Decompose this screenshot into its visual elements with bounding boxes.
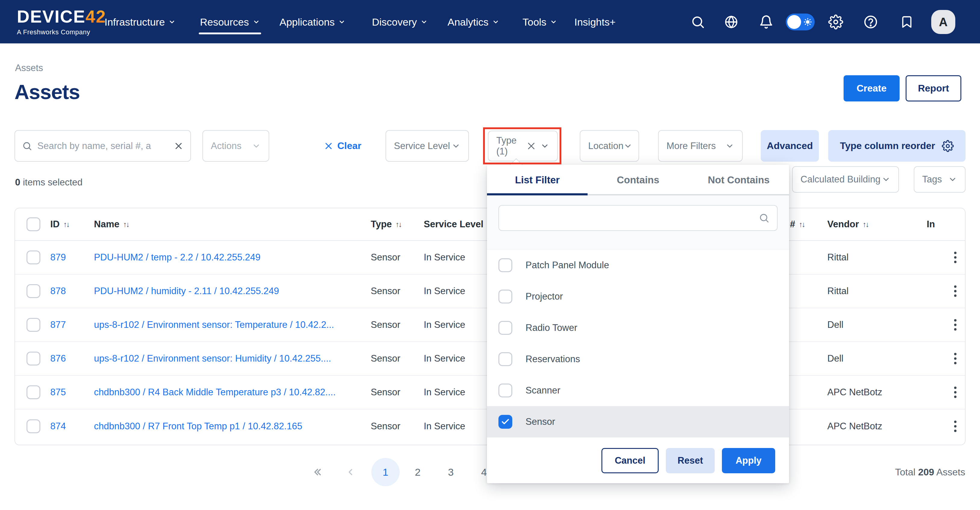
reset-button[interactable]: Reset bbox=[666, 448, 715, 473]
asset-id-link[interactable]: 874 bbox=[50, 421, 66, 432]
nav-item-resources[interactable]: Resources bbox=[200, 0, 260, 44]
asset-name-link[interactable]: ups-8-r102 / Environment sensor: Tempera… bbox=[94, 319, 334, 330]
type-filter[interactable]: Type (1) bbox=[488, 131, 558, 161]
checkbox[interactable] bbox=[498, 258, 512, 272]
theme-toggle[interactable] bbox=[786, 14, 815, 30]
search-input[interactable] bbox=[37, 141, 169, 151]
bookmark-icon[interactable] bbox=[900, 0, 914, 44]
nav-item-analytics[interactable]: Analytics bbox=[447, 0, 500, 44]
row-checkbox[interactable] bbox=[27, 275, 40, 308]
type-option-sensor[interactable]: Sensor bbox=[487, 406, 789, 437]
asset-id-link[interactable]: 875 bbox=[50, 387, 66, 398]
row-actions-kebab-icon[interactable] bbox=[946, 308, 964, 342]
asset-id-link[interactable]: 876 bbox=[50, 353, 66, 364]
nav-item-tools[interactable]: Tools bbox=[522, 0, 557, 44]
column-header-type[interactable]: Type↑↓ bbox=[371, 208, 401, 240]
asset-name-link[interactable]: ups-8-r102 / Environment sensor: Humidit… bbox=[94, 353, 331, 364]
report-button[interactable]: Report bbox=[905, 75, 961, 102]
cancel-button[interactable]: Cancel bbox=[601, 448, 659, 473]
column-header-hash[interactable]: #↑↓ bbox=[790, 208, 804, 240]
asset-id-link[interactable]: 879 bbox=[50, 252, 66, 263]
service-level-filter[interactable]: Service Level bbox=[385, 130, 469, 162]
pagination-page-3[interactable]: 3 bbox=[443, 458, 458, 486]
sun-icon bbox=[803, 18, 812, 26]
column-header-id[interactable]: ID↑↓ bbox=[50, 208, 69, 240]
select-all-checkbox[interactable] bbox=[27, 208, 40, 240]
type-option-reservations[interactable]: Reservations bbox=[487, 343, 789, 375]
row-checkbox[interactable] bbox=[27, 241, 40, 274]
asset-service-level: In Service bbox=[424, 410, 465, 443]
checkbox[interactable] bbox=[498, 290, 512, 303]
asset-service-level: In Service bbox=[424, 342, 465, 375]
nav-item-applications[interactable]: Applications bbox=[280, 0, 345, 44]
type-option-radio-tower[interactable]: Radio Tower bbox=[487, 312, 789, 343]
row-checkbox[interactable] bbox=[27, 342, 40, 375]
sort-icon[interactable]: ↑↓ bbox=[395, 220, 401, 229]
checkbox[interactable] bbox=[498, 384, 512, 397]
row-actions-kebab-icon[interactable] bbox=[946, 241, 964, 274]
sort-icon[interactable]: ↑↓ bbox=[63, 220, 69, 229]
column-header-in[interactable]: In bbox=[927, 208, 935, 240]
help-icon[interactable] bbox=[863, 0, 878, 44]
actions-dropdown[interactable]: Actions bbox=[202, 130, 269, 162]
device42-logo[interactable]: DEVICE42 A Freshworks Company bbox=[17, 8, 106, 36]
column-header-service-level[interactable]: Service Level bbox=[424, 208, 484, 240]
row-actions-kebab-icon[interactable] bbox=[946, 275, 964, 308]
user-avatar[interactable]: A bbox=[931, 10, 955, 34]
checkbox[interactable] bbox=[498, 352, 512, 366]
clear-filters-button[interactable]: Clear bbox=[324, 130, 361, 162]
asset-name-link[interactable]: PDU-HUM2 / humidity - 2.11 / 10.42.255.2… bbox=[94, 286, 279, 297]
row-actions-kebab-icon[interactable] bbox=[946, 342, 964, 375]
sort-icon[interactable]: ↑↓ bbox=[862, 220, 868, 229]
column-header-name[interactable]: Name↑↓ bbox=[94, 208, 129, 240]
row-actions-kebab-icon[interactable] bbox=[946, 410, 964, 443]
globe-icon[interactable] bbox=[724, 0, 738, 44]
pagination-first-icon[interactable] bbox=[307, 458, 328, 486]
calculated-building-filter[interactable]: Calculated Building bbox=[792, 166, 899, 193]
asset-id-link[interactable]: 877 bbox=[50, 319, 66, 330]
checkbox-checked[interactable] bbox=[498, 415, 512, 429]
row-actions-kebab-icon[interactable] bbox=[946, 376, 964, 409]
notifications-bell-icon[interactable] bbox=[759, 0, 773, 44]
pagination-page-1[interactable]: 1 bbox=[371, 458, 400, 486]
location-filter[interactable]: Location bbox=[580, 130, 639, 162]
row-checkbox[interactable] bbox=[27, 410, 40, 443]
tab-not-contains[interactable]: Not Contains bbox=[689, 165, 789, 195]
chevron-down-icon bbox=[948, 175, 957, 184]
pagination-page-2[interactable]: 2 bbox=[410, 458, 425, 486]
nav-item-insights-plus[interactable]: Insights+ bbox=[574, 0, 616, 44]
row-checkbox[interactable] bbox=[27, 308, 40, 342]
clear-search-icon[interactable] bbox=[174, 141, 183, 151]
search-icon[interactable] bbox=[691, 0, 705, 44]
search-icon bbox=[759, 213, 769, 223]
type-option-projector[interactable]: Projector bbox=[487, 281, 789, 312]
remove-type-filter-icon[interactable] bbox=[527, 141, 536, 151]
nav-item-infrastructure[interactable]: Infrastructure bbox=[105, 0, 176, 44]
checkbox[interactable] bbox=[498, 321, 512, 335]
tags-filter[interactable]: Tags bbox=[914, 166, 966, 193]
tab-contains[interactable]: Contains bbox=[587, 165, 688, 195]
apply-button[interactable]: Apply bbox=[722, 448, 775, 473]
column-header-vendor[interactable]: Vendor↑↓ bbox=[827, 208, 868, 240]
breadcrumb[interactable]: Assets bbox=[15, 63, 43, 73]
assets-search-field[interactable] bbox=[14, 130, 191, 162]
pagination-prev-icon[interactable] bbox=[343, 458, 358, 486]
create-button[interactable]: Create bbox=[843, 75, 900, 102]
asset-name-link[interactable]: chdbnb300 / R7 Front Top Temp p1 / 10.42… bbox=[94, 421, 302, 432]
nav-item-discovery[interactable]: Discovery bbox=[372, 0, 428, 44]
type-option-patch-panel-module[interactable]: Patch Panel Module bbox=[487, 249, 789, 281]
sort-icon[interactable]: ↑↓ bbox=[123, 220, 129, 229]
row-checkbox[interactable] bbox=[27, 376, 40, 409]
asset-name-link[interactable]: chdbnb300 / R4 Back Middle Temperature p… bbox=[94, 387, 336, 398]
tab-list-filter[interactable]: List Filter bbox=[487, 165, 587, 195]
asset-id-link[interactable]: 878 bbox=[50, 286, 66, 297]
type-column-reorder-button[interactable]: Type column reorder bbox=[828, 130, 966, 162]
type-search-field[interactable] bbox=[498, 205, 778, 231]
more-filters-dropdown[interactable]: More Filters bbox=[658, 130, 743, 162]
settings-gear-icon[interactable] bbox=[828, 0, 843, 44]
type-option-scanner[interactable]: Scanner bbox=[487, 375, 789, 406]
asset-name-link[interactable]: PDU-HUM2 / temp - 2.2 / 10.42.255.249 bbox=[94, 252, 261, 263]
type-search-input[interactable] bbox=[507, 213, 754, 223]
advanced-button[interactable]: Advanced bbox=[761, 130, 819, 162]
sort-icon[interactable]: ↑↓ bbox=[799, 220, 804, 229]
